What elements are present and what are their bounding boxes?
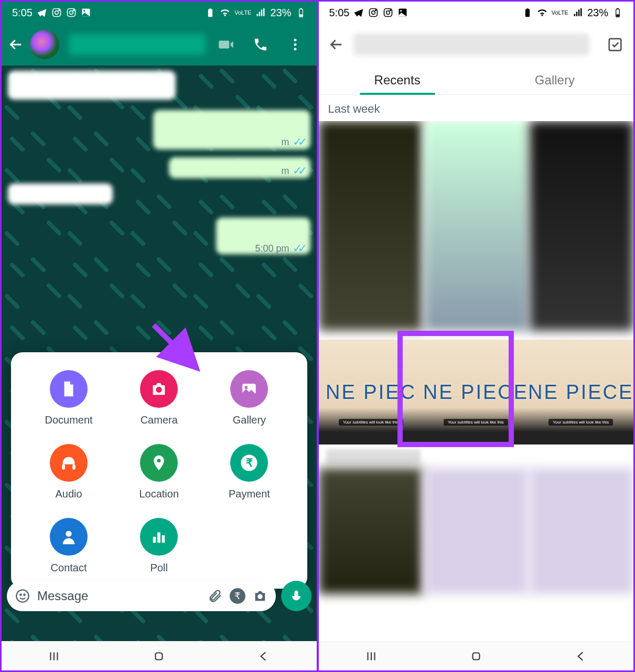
- gallery-grid[interactable]: NE PIEC Your subtitles will look like th…: [319, 121, 634, 641]
- attach-gallery[interactable]: Gallery: [204, 370, 294, 426]
- emoji-icon[interactable]: [15, 589, 30, 603]
- picker-title-blurred: [353, 34, 590, 56]
- svg-rect-26: [162, 535, 165, 543]
- nav-back-icon[interactable]: [257, 649, 271, 663]
- gallery-thumb[interactable]: NE PIECE Your subtitles will look like t…: [423, 340, 528, 445]
- gallery-thumb[interactable]: NE PIEC Your subtitles will look like th…: [319, 340, 424, 445]
- picker-header: [319, 24, 634, 66]
- wifi-icon: [537, 7, 547, 18]
- svg-rect-18: [62, 464, 65, 470]
- nav-recents-icon[interactable]: [364, 649, 378, 663]
- phone-screenshot-gallery-picker: 5:05 VoLTE 23% Recents Gallery Last week…: [318, 0, 636, 672]
- svg-rect-25: [157, 533, 160, 543]
- gallery-thumb[interactable]: [530, 121, 633, 331]
- message-input[interactable]: Message ₹: [7, 581, 276, 611]
- document-icon: [60, 380, 78, 398]
- tab-gallery[interactable]: Gallery: [476, 66, 633, 94]
- attach-camera[interactable]: Camera: [114, 370, 204, 426]
- attach-audio[interactable]: Audio: [24, 444, 114, 500]
- volte-label: VoLTE: [552, 10, 568, 16]
- gallery-thumb[interactable]: [424, 121, 528, 331]
- message-placeholder: Message: [37, 589, 200, 603]
- rupee-icon[interactable]: ₹: [230, 588, 245, 604]
- tab-recents[interactable]: Recents: [319, 66, 476, 94]
- svg-point-4: [70, 11, 73, 15]
- svg-point-41: [390, 10, 391, 11]
- status-time: 5:05: [12, 7, 33, 19]
- svg-point-13: [294, 44, 296, 46]
- attach-icon[interactable]: [208, 589, 222, 603]
- svg-point-30: [24, 594, 25, 595]
- message-meta: m✓✓: [282, 164, 303, 178]
- svg-point-2: [59, 10, 60, 11]
- svg-point-43: [400, 10, 402, 12]
- contact-name-blurred[interactable]: [69, 34, 206, 55]
- attach-contact[interactable]: Contact: [24, 518, 114, 574]
- wifi-icon: [220, 7, 230, 18]
- chat-body[interactable]: m✓✓ m✓✓ 5:00 pm✓✓ Document Camera Galler…: [2, 66, 317, 641]
- svg-point-37: [372, 11, 375, 15]
- chat-header[interactable]: [2, 24, 317, 66]
- camera-icon[interactable]: [253, 589, 267, 603]
- svg-text:₹: ₹: [246, 457, 253, 469]
- back-icon[interactable]: [329, 37, 344, 52]
- picker-tabs: Recents Gallery: [319, 66, 634, 95]
- telegram-icon: [37, 7, 47, 18]
- image-icon: [397, 7, 408, 18]
- gallery-thumb[interactable]: NE PIECE Your subtitles will look like t…: [528, 340, 633, 445]
- voice-call-icon[interactable]: [253, 37, 268, 52]
- svg-rect-46: [617, 14, 619, 16]
- attachment-sheet: Document Camera Gallery Audio Location: [11, 352, 307, 589]
- instagram-icon: [66, 7, 77, 18]
- poll-icon: [150, 528, 168, 546]
- attach-poll[interactable]: Poll: [114, 518, 204, 574]
- nav-home-icon[interactable]: [152, 649, 166, 663]
- attach-payment[interactable]: ₹ Payment: [204, 444, 294, 500]
- battery-saver-icon: [205, 7, 216, 18]
- nav-back-icon[interactable]: [574, 649, 588, 663]
- android-nav-bar: [2, 641, 317, 670]
- gallery-thumb[interactable]: [319, 121, 423, 331]
- svg-point-31: [257, 594, 262, 599]
- gallery-thumb[interactable]: [530, 468, 633, 594]
- svg-rect-19: [72, 464, 76, 470]
- image-icon: [81, 7, 91, 18]
- svg-point-17: [245, 386, 248, 389]
- svg-rect-47: [617, 8, 618, 9]
- svg-point-23: [66, 531, 71, 537]
- multi-select-icon[interactable]: [607, 37, 623, 52]
- svg-point-12: [294, 39, 296, 41]
- svg-rect-48: [609, 39, 621, 51]
- instagram-icon: [51, 7, 62, 18]
- gallery-thumb[interactable]: [424, 468, 528, 594]
- nav-recents-icon[interactable]: [47, 649, 61, 663]
- battery-saver-icon: [522, 7, 533, 18]
- battery-icon: [612, 7, 623, 18]
- video-call-icon[interactable]: [218, 37, 234, 52]
- message-meta: m✓✓: [282, 135, 303, 149]
- battery-percent: 23%: [587, 7, 608, 19]
- svg-rect-10: [299, 14, 302, 16]
- status-bar: 5:05 VoLTE 23%: [2, 2, 317, 24]
- gallery-thumb[interactable]: [319, 468, 423, 594]
- attach-location[interactable]: Location: [114, 444, 204, 500]
- svg-rect-24: [153, 537, 156, 543]
- contact-avatar[interactable]: [30, 30, 59, 59]
- svg-rect-44: [525, 9, 530, 17]
- message-input-bar: Message ₹: [7, 580, 311, 612]
- attach-document[interactable]: Document: [24, 370, 114, 426]
- telegram-icon: [353, 7, 364, 18]
- svg-rect-52: [472, 653, 479, 659]
- contact-icon: [60, 528, 78, 546]
- nav-home-icon[interactable]: [469, 649, 483, 663]
- svg-point-14: [294, 48, 296, 50]
- more-icon[interactable]: [287, 37, 303, 52]
- svg-point-1: [55, 11, 59, 15]
- mic-button[interactable]: [281, 581, 311, 611]
- message-bubble-in[interactable]: [8, 183, 113, 204]
- back-icon[interactable]: [9, 37, 24, 52]
- signal-icon: [255, 7, 266, 18]
- status-time: 5:05: [329, 7, 350, 19]
- message-bubble-in[interactable]: [8, 71, 176, 100]
- svg-point-29: [20, 594, 21, 595]
